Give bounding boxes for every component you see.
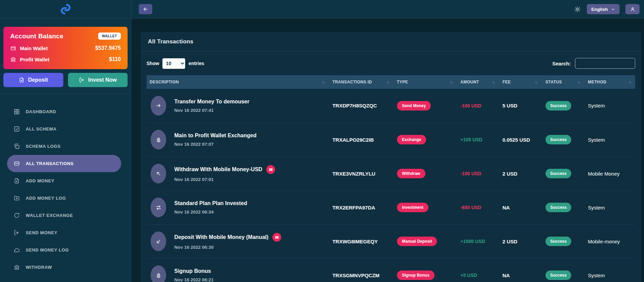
main-wallet-value: $537.9475: [95, 45, 121, 51]
language-dropdown[interactable]: English: [587, 4, 620, 14]
transaction-date: Nov 16 2022 06:21: [174, 277, 214, 282]
sidebar-item-label: WALLET EXCHANGE: [26, 213, 73, 218]
invest-button-label: Invest Now: [88, 77, 117, 83]
file-plus-icon: [19, 77, 25, 83]
transaction-title: Standard Plan Plan Invested: [174, 200, 247, 206]
sidebar-item-send-money-log[interactable]: SEND MONEY LOG: [7, 241, 121, 259]
deposit-button[interactable]: Deposit: [3, 73, 63, 87]
transaction-date: Nov 16 2022 07:07: [174, 142, 257, 147]
profit-wallet-row: Profit Wallet $110: [10, 56, 121, 62]
envelope-icon[interactable]: ✉: [272, 233, 281, 242]
table-column-header[interactable]: STATUS ↑↓: [541, 75, 584, 89]
method-value: Mobile Money: [584, 157, 635, 190]
table-row: Withdraw With Mobile Money-USD ✉ Nov 16 …: [147, 157, 635, 190]
archive-icon: [14, 160, 20, 167]
sort-arrows-icon[interactable]: ↑↓: [448, 80, 452, 84]
transaction-avatar: [151, 231, 166, 251]
table-column-header[interactable]: TYPE ↑↓: [393, 75, 457, 89]
sidebar-item-all-schema[interactable]: ALL SCHEMA: [7, 120, 121, 138]
sidebar-item-wallet-exchange[interactable]: WALLET EXCHANGE: [7, 207, 121, 224]
type-badge: Send Money: [397, 101, 431, 110]
table-column-header[interactable]: METHOD ↑↓: [584, 75, 635, 89]
sidebar: Account Balance WALLET Main Wallet $537.…: [0, 0, 131, 282]
column-label: TYPE: [397, 80, 408, 84]
transaction-date: Nov 16 2022 06:30: [174, 245, 281, 250]
sort-arrows-icon[interactable]: ↑↓: [575, 80, 580, 84]
entries-label: entries: [188, 61, 204, 66]
column-label: DESCRIPTION: [150, 80, 179, 84]
fee-value: 2 USD: [498, 224, 541, 258]
search-input[interactable]: [575, 58, 635, 69]
sidebar-item-label: SCHEMA LOGS: [26, 144, 61, 149]
status-badge: Success: [546, 135, 572, 144]
chevron-down-icon: [611, 7, 615, 12]
lock-icon: [155, 272, 162, 279]
back-button[interactable]: [139, 4, 152, 14]
folder-plus-icon: [14, 195, 20, 201]
sidebar-item-withdraw[interactable]: WITHDRAW: [7, 259, 121, 276]
file-plus-icon: [14, 178, 20, 184]
transaction-title: Signup Bonus: [174, 268, 211, 274]
status-badge: Success: [546, 101, 572, 110]
table-row: Transfer Money To demouser Nov 16 2022 0…: [147, 89, 635, 123]
transaction-id: TRX2ERFPA97DA: [328, 190, 393, 224]
envelope-icon[interactable]: ✉: [266, 165, 275, 174]
fee-value: NA: [498, 258, 541, 282]
search-label: Search:: [552, 61, 571, 66]
table-row: Standard Plan Plan Invested Nov 16 2022 …: [147, 190, 635, 224]
sidebar-item-schema-logs[interactable]: SCHEMA LOGS: [7, 138, 121, 155]
sort-arrows-icon[interactable]: ↑↓: [533, 80, 537, 84]
invest-now-button[interactable]: Invest Now: [68, 73, 128, 87]
check-square-icon: [14, 126, 20, 132]
transaction-date: Nov 16 2022 06:34: [174, 209, 247, 215]
cloud-icon: [14, 247, 20, 253]
table-row: Deposit With Mobile Money (Manual) ✉ Nov…: [147, 224, 635, 258]
profit-wallet-value: $110: [109, 56, 121, 62]
transaction-avatar: [151, 198, 166, 217]
fee-value: 2 USD: [498, 157, 541, 190]
send-icon: [79, 77, 85, 83]
type-badge: Signup Bonus: [397, 270, 435, 280]
sidebar-item-dashboard[interactable]: DASHBOARD: [7, 103, 121, 120]
type-badge: Exchange: [397, 135, 426, 144]
sort-arrows-icon[interactable]: ↑↓: [384, 80, 389, 84]
arrow-down-left-icon: [155, 238, 162, 245]
status-badge: Success: [546, 203, 572, 212]
theme-toggle-button[interactable]: [574, 6, 581, 13]
column-label: AMOUNT: [460, 80, 479, 84]
transaction-id: TRXWG8IMEGEQY: [328, 224, 393, 258]
sidebar-item-label: ALL TRANSACTIONS: [26, 161, 74, 166]
sidebar-item-add-money[interactable]: ADD MONEY: [7, 172, 121, 189]
transaction-avatar: [151, 164, 166, 183]
arrow-up-left-icon: [155, 170, 162, 177]
main-wallet-label: Main Wallet: [20, 45, 48, 51]
type-badge: Manual Deposit: [397, 237, 437, 246]
method-value: System: [584, 190, 635, 224]
status-badge: Success: [546, 169, 572, 178]
logo-swirl-icon[interactable]: [59, 2, 72, 16]
table-column-header[interactable]: FEE ↑↓: [498, 75, 541, 89]
fee-value: 0.0525 USD: [498, 123, 541, 157]
language-label: English: [591, 7, 608, 12]
sun-icon: [574, 6, 581, 13]
status-badge: Success: [546, 237, 572, 246]
sidebar-item-label: DASHBOARD: [26, 109, 56, 114]
arrow-left-icon: [142, 6, 149, 12]
sidebar-item-send-money[interactable]: SEND MONEY: [7, 224, 121, 241]
user-menu-button[interactable]: [625, 4, 640, 14]
person-icon: [630, 6, 636, 12]
main-area: English All Transactions Show 10 entries: [131, 0, 644, 282]
table-column-header[interactable]: TRANSACTIONS ID ↑↓: [328, 75, 393, 89]
transaction-id: TRXE3VNZRLYLU: [328, 157, 393, 190]
sidebar-item-add-money-log[interactable]: ADD MONEY LOG: [7, 189, 121, 207]
sort-arrows-icon[interactable]: ↑↓: [320, 80, 324, 84]
page-size-select[interactable]: 10: [162, 58, 185, 69]
refresh-icon: [14, 212, 20, 219]
wallet-icon: [10, 45, 16, 51]
table-column-header[interactable]: DESCRIPTION ↑↓: [147, 75, 328, 89]
table-column-header[interactable]: AMOUNT ↑↓: [456, 75, 498, 89]
amount-value: +5 USD: [460, 273, 477, 278]
sidebar-item-all-transactions[interactable]: ALL TRANSACTIONS: [7, 155, 121, 172]
sort-arrows-icon[interactable]: ↑↓: [490, 80, 494, 84]
sort-arrows-icon[interactable]: ↑↓: [627, 80, 631, 84]
